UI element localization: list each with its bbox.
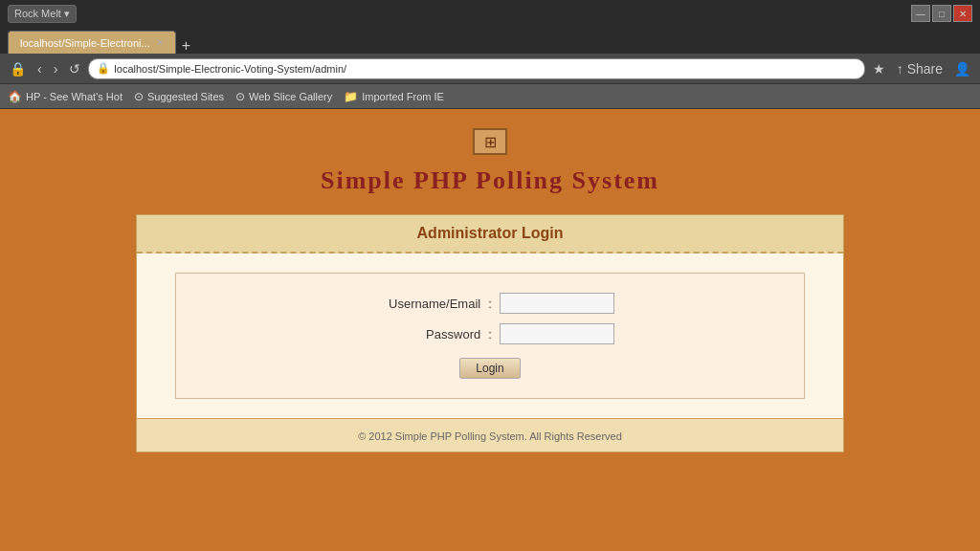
bookmark-imported-icon: 📁: [344, 90, 358, 103]
tab-label: localhost/Simple-Electroni...: [20, 37, 150, 49]
active-tab[interactable]: localhost/Simple-Electroni... ✕: [8, 31, 176, 54]
page-icon: 🔒: [6, 59, 30, 78]
address-text: localhost/Simple-Electronic-Voting-Syste…: [114, 63, 346, 75]
site-logo: ⊞: [473, 128, 507, 155]
forward-button[interactable]: ›: [50, 59, 62, 78]
login-body: Username/Email : Password : Login: [137, 253, 843, 418]
minimize-button[interactable]: —: [911, 5, 930, 22]
app-menu-label: Rock Melt: [14, 8, 61, 19]
login-footer: © 2012 Simple PHP Polling System. All Ri…: [137, 418, 843, 452]
password-row: Password :: [366, 323, 614, 344]
bookmark-imported[interactable]: 📁 Imported From IE: [344, 90, 444, 103]
refresh-button[interactable]: ↺: [65, 59, 84, 78]
share-button[interactable]: ↑ Share: [893, 59, 947, 78]
username-row: Username/Email :: [366, 293, 614, 314]
app-menu-button[interactable]: Rock Melt ▾: [8, 5, 77, 23]
password-input[interactable]: [500, 323, 614, 344]
username-input[interactable]: [500, 293, 614, 314]
app-menu-arrow: ▾: [64, 8, 70, 20]
user-button[interactable]: 👤: [950, 59, 974, 78]
bookmark-hp-label: HP - See What's Hot: [26, 91, 122, 102]
navigation-bar: 🔒 ‹ › ↺ 🔒 localhost/Simple-Electronic-Vo…: [0, 54, 980, 84]
bookmark-suggested[interactable]: ⊙ Suggested Sites: [134, 90, 224, 103]
close-button[interactable]: ✕: [953, 5, 972, 22]
username-colon: :: [488, 297, 492, 311]
username-label: Username/Email: [366, 297, 480, 311]
lock-icon: 🔒: [97, 62, 110, 75]
footer-text: © 2012 Simple PHP Polling System. All Ri…: [358, 430, 622, 442]
bookmark-suggested-icon: ⊙: [134, 90, 144, 103]
bookmark-web-slice-icon: ⊙: [235, 90, 245, 103]
tab-close-icon[interactable]: ✕: [156, 37, 164, 48]
bookmarks-bar: 🏠 HP - See What's Hot ⊙ Suggested Sites …: [0, 84, 980, 109]
address-bar[interactable]: 🔒 localhost/Simple-Electronic-Voting-Sys…: [88, 58, 864, 79]
bookmark-hp[interactable]: 🏠 HP - See What's Hot: [8, 90, 122, 103]
new-tab-button[interactable]: +: [176, 38, 196, 54]
maximize-button[interactable]: □: [932, 5, 951, 22]
back-button[interactable]: ‹: [33, 59, 46, 78]
bookmark-web-slice-label: Web Slice Gallery: [249, 91, 332, 102]
tab-bar: localhost/Simple-Electroni... ✕ +: [0, 27, 980, 54]
page-content: ⊞ Simple PHP Polling System Administrato…: [0, 109, 980, 551]
password-colon: :: [488, 327, 492, 342]
bookmark-hp-icon: 🏠: [8, 90, 22, 103]
bookmark-suggested-label: Suggested Sites: [147, 91, 224, 102]
login-panel: Administrator Login Username/Email : Pas…: [136, 214, 844, 452]
logo-icon: ⊞: [484, 133, 497, 151]
password-label: Password: [366, 327, 480, 342]
login-form: Username/Email : Password : Login: [175, 273, 805, 399]
bookmark-imported-label: Imported From IE: [362, 91, 444, 102]
login-panel-title: Administrator Login: [417, 225, 564, 241]
login-button[interactable]: Login: [459, 358, 520, 379]
favorites-button[interactable]: ★: [869, 59, 889, 78]
page-title: Simple PHP Polling System: [321, 166, 659, 195]
window-controls: — □ ✕: [911, 5, 972, 22]
login-header: Administrator Login: [137, 215, 843, 253]
bookmark-web-slice[interactable]: ⊙ Web Slice Gallery: [235, 90, 332, 103]
